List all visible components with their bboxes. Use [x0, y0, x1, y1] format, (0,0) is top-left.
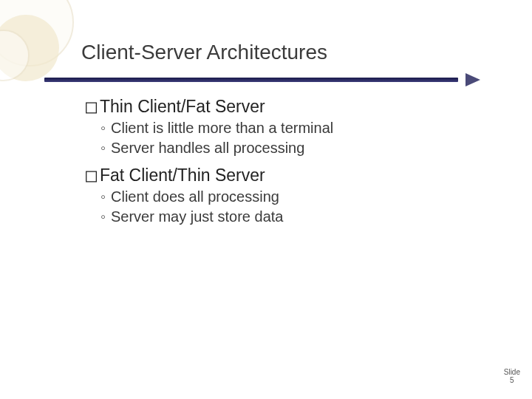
- section2-list: ◦Client does all processing ◦Server may …: [100, 187, 502, 227]
- sub-bullet-icon: ◦: [100, 118, 111, 138]
- list-item: ◦Server may just store data: [100, 207, 502, 227]
- list-item-text: Client does all processing: [111, 188, 279, 205]
- sub-bullet-icon: ◦: [100, 187, 111, 207]
- sub-bullet-icon: ◦: [100, 207, 111, 227]
- slide-title: Client-Server Architectures: [81, 41, 502, 64]
- list-item: ◦Client is little more than a terminal: [100, 118, 502, 138]
- section1-heading: ◻Thin Client/Fat Server: [84, 97, 502, 117]
- slide-body: Client-Server Architectures ◻Thin Client…: [0, 0, 532, 399]
- bullet-box-icon: ◻: [84, 166, 98, 185]
- slide-footer: Slide 5: [504, 368, 520, 384]
- title-divider-arrow: [44, 76, 480, 83]
- sub-bullet-icon: ◦: [100, 138, 111, 158]
- list-item-text: Server may just store data: [111, 208, 283, 225]
- footer-label: Slide: [504, 368, 520, 376]
- content-area: ◻Thin Client/Fat Server ◦Client is littl…: [81, 97, 502, 227]
- list-item: ◦Server handles all processing: [100, 138, 502, 158]
- section1-heading-text: Thin Client/Fat Server: [100, 97, 265, 116]
- bullet-box-icon: ◻: [84, 97, 98, 117]
- section2-heading-text: Fat Client/Thin Server: [100, 166, 265, 185]
- list-item-text: Client is little more than a terminal: [111, 120, 333, 136]
- footer-slide-number: 5: [504, 376, 520, 384]
- section1-list: ◦Client is little more than a terminal ◦…: [100, 118, 502, 158]
- list-item-text: Server handles all processing: [111, 140, 304, 156]
- list-item: ◦Client does all processing: [100, 187, 502, 207]
- section2-heading: ◻Fat Client/Thin Server: [84, 166, 502, 185]
